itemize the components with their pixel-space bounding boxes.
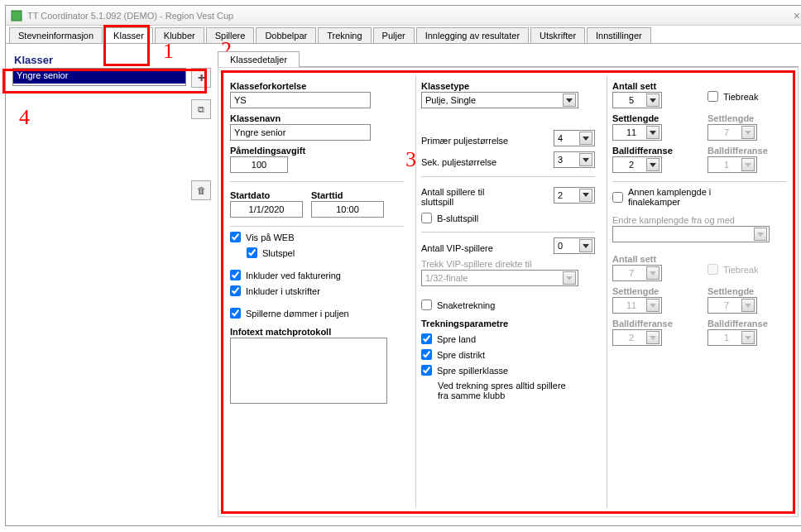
settlengde-label: Settlengde [612, 113, 691, 123]
slutspel-checkbox[interactable]: Slutspel [247, 247, 404, 258]
left-column: Klasser Yngre senior ✚ ⧉ 🗑 4 [12, 49, 211, 517]
annen-kamplengde-checkbox[interactable]: Annen kamplengde i finalekamper [612, 187, 786, 207]
balldiff-label: Balldifferanse [612, 146, 691, 156]
chevron-down-icon [646, 158, 660, 171]
tab-trekning[interactable]: Trekning [318, 27, 371, 43]
pameldingsavgift-input[interactable] [230, 156, 288, 173]
balldiff4-select: 1 [707, 329, 757, 346]
spre-land-checkbox[interactable]: Spre land [421, 333, 595, 344]
trekparam-label: Trekningsparametre [421, 319, 595, 328]
klassenavn-input[interactable] [230, 124, 371, 141]
col-left: Klasseforkortelse Klassenavn Påmeldingsa… [225, 76, 409, 508]
klassetype-label: Klassetype [421, 81, 595, 91]
settlengde4-label: Settlengde [707, 286, 786, 296]
chevron-down-icon [741, 331, 755, 344]
tab-dobbelpar[interactable]: Dobbelpar [256, 27, 316, 43]
chevron-down-icon [741, 126, 755, 139]
antall-sett2-select: 7 [612, 265, 662, 281]
spre-distrikt-checkbox[interactable]: Spre distrikt [421, 349, 595, 360]
chevron-down-icon [646, 126, 660, 139]
chevron-down-icon [741, 158, 755, 171]
chevron-down-icon [579, 239, 592, 252]
klasser-heading: Klasser [14, 54, 211, 66]
primar-pulje-select[interactable]: 4 [554, 130, 595, 146]
antall-sluttspill-label: Antall spillere til sluttspill [421, 187, 512, 207]
detail-panel: 3 Klasseforkortelse Klassenavn Påmelding… [218, 67, 799, 517]
copy-button[interactable]: ⧉ [191, 99, 211, 119]
tab-klassedetaljer[interactable]: Klassedetaljer [218, 51, 300, 67]
tab-innstillinger[interactable]: Innstillinger [587, 27, 651, 43]
main-tabs: Stevneinformasjon Klasser Klubber Spille… [6, 26, 801, 44]
trash-icon: 🗑 [197, 185, 206, 195]
balldiff4-label: Balldifferanse [707, 319, 786, 328]
klassenavn-label: Klassenavn [230, 113, 404, 123]
chevron-down-icon [646, 266, 660, 280]
infotext-textarea[interactable] [230, 338, 387, 404]
antall-sluttspill-select[interactable]: 2 [554, 187, 595, 204]
col-right: Antall sett 5 Tiebreak Settlengde 11 [607, 76, 791, 508]
sek-pulje-select[interactable]: 3 [554, 151, 595, 168]
balldiff-select[interactable]: 2 [612, 156, 662, 173]
chevron-down-icon [563, 271, 576, 285]
col-mid: Klassetype Pulje, Single Primær puljestø… [415, 76, 600, 508]
trekk-vip-select: 1/32-finale [421, 270, 578, 286]
detail-tabs: Klassedetaljer [218, 50, 799, 67]
chevron-down-icon [646, 299, 660, 312]
chevron-down-icon [754, 228, 767, 241]
svg-rect-0 [12, 11, 22, 21]
klasser-list-item[interactable]: Yngre senior [13, 69, 185, 84]
chevron-down-icon [579, 153, 592, 166]
antall-sett-select[interactable]: 5 [612, 92, 662, 108]
primar-pulje-label: Primær puljestørrelse [421, 136, 508, 146]
delete-button[interactable]: 🗑 [191, 180, 211, 200]
add-button[interactable]: ✚ [191, 68, 211, 88]
chevron-down-icon [646, 331, 660, 344]
snaketrekning-checkbox[interactable]: Snaketrekning [421, 300, 595, 310]
settlengde3-select: 11 [612, 297, 662, 314]
app-icon [11, 10, 22, 22]
balldiff3-label: Balldifferanse [612, 319, 691, 328]
inkluder-utskrifter-checkbox[interactable]: Inkluder i utskrifter [230, 285, 404, 296]
klasser-list[interactable]: Yngre senior [12, 68, 186, 86]
chevron-down-icon [563, 93, 576, 107]
antall-vip-select[interactable]: 0 [554, 237, 595, 254]
settlengde4-select: 7 [707, 297, 757, 314]
b-sluttspill-checkbox[interactable]: B-sluttspill [421, 213, 595, 223]
close-icon[interactable]: × [794, 9, 800, 22]
balldiff2-label: Balldifferanse [707, 146, 786, 156]
tab-puljer[interactable]: Puljer [373, 27, 415, 43]
spillerne-dommer-checkbox[interactable]: Spillerne dømmer i puljen [230, 308, 404, 319]
klasseforkortelse-input[interactable] [230, 92, 371, 108]
tiebreak-checkbox[interactable]: Tiebreak [707, 91, 786, 102]
tab-stevneinformasjon[interactable]: Stevneinformasjon [9, 27, 103, 43]
starttid-label: Starttid [311, 190, 384, 200]
infotext-label: Infotext matchprotokoll [230, 327, 404, 337]
tab-klasser[interactable]: Klasser [104, 27, 153, 43]
copy-icon: ⧉ [198, 104, 204, 115]
settlengde3-label: Settlengde [612, 286, 691, 296]
trekk-vip-label: Trekk VIP-spillere direkte til [421, 259, 595, 269]
tab-innlegging[interactable]: Innlegging av resultater [416, 27, 529, 43]
tab-klubber[interactable]: Klubber [155, 27, 204, 43]
startdato-label: Startdato [230, 190, 303, 200]
antall-sett-label: Antall sett [612, 81, 691, 91]
tab-utskrifter[interactable]: Utskrifter [530, 27, 585, 43]
klassetype-select[interactable]: Pulje, Single [421, 92, 578, 108]
starttid-input[interactable] [311, 201, 384, 218]
tab-spillere[interactable]: Spillere [206, 27, 255, 43]
content-area: Klasser Yngre senior ✚ ⧉ 🗑 4 2 Klassedet [6, 44, 801, 522]
right-column: 2 Klassedetaljer 3 Klasseforkortelse Kla… [218, 49, 799, 517]
vis-web-checkbox[interactable]: Vis på WEB [230, 232, 404, 242]
chevron-down-icon [579, 189, 592, 202]
spre-spillerklasse-checkbox[interactable]: Spre spillerklasse [421, 365, 595, 376]
settlengde2-select: 7 [707, 124, 757, 141]
settlengde-select[interactable]: 11 [612, 124, 662, 141]
chevron-down-icon [741, 299, 755, 312]
chevron-down-icon [646, 93, 660, 107]
chevron-down-icon [579, 132, 592, 145]
titlebar: TT Coordinator 5.1.092 (DEMO) - Region V… [6, 6, 801, 26]
startdato-input[interactable] [230, 201, 303, 218]
ved-trekning-note: Ved trekning spres alltid spillere fra s… [438, 381, 570, 400]
balldiff3-select: 2 [612, 329, 662, 346]
inkluder-fakturering-checkbox[interactable]: Inkluder ved fakturering [230, 270, 404, 280]
